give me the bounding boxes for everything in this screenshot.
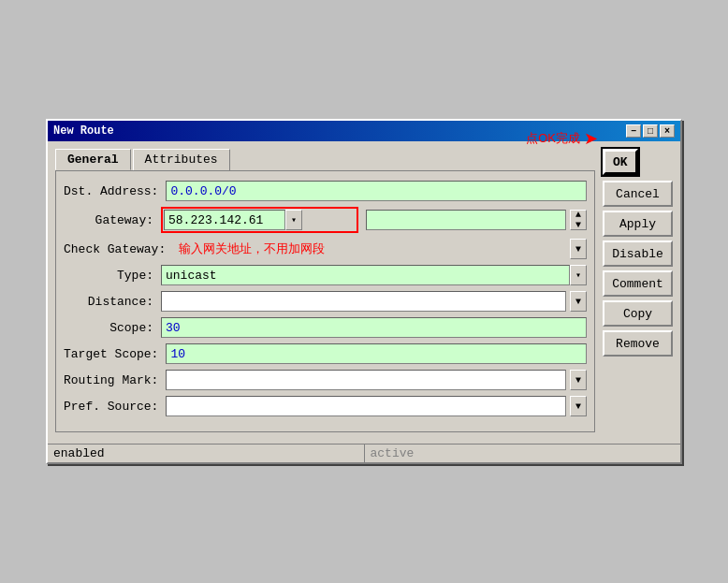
dst-address-label: Dst. Address: [64, 184, 162, 198]
distance-label: Distance: [64, 295, 157, 309]
distance-dropdown-button[interactable]: ▼ [570, 291, 587, 312]
apply-button[interactable]: Apply [603, 211, 673, 237]
copy-button[interactable]: Copy [603, 300, 673, 327]
target-scope-input[interactable] [166, 343, 587, 364]
check-gateway-label: Check Gateway: [64, 242, 169, 256]
form-panel: Dst. Address: Gateway: ▾ ▲▼ Check Gatewa… [55, 170, 595, 432]
ok-section: 点OK完成 ➤ OK [603, 149, 673, 175]
type-row: Type: ▾ [64, 265, 587, 285]
gateway-dropdown-button[interactable]: ▾ [285, 210, 302, 230]
gateway-right-dropdown-button[interactable]: ▲▼ [570, 210, 587, 230]
routing-mark-label: Routing Mark: [64, 373, 162, 387]
cancel-button[interactable]: Cancel [603, 181, 673, 207]
routing-mark-input[interactable] [166, 370, 566, 390]
tab-general[interactable]: General [55, 149, 131, 170]
ok-button[interactable]: OK [603, 149, 638, 175]
pref-source-dropdown-button[interactable]: ▼ [570, 396, 587, 416]
status-bar: enabled active [48, 444, 680, 462]
remove-button[interactable]: Remove [603, 330, 673, 357]
ok-annotation-text: 点OK完成 [526, 130, 580, 147]
status-active: active [365, 445, 681, 462]
target-scope-row: Target Scope: [64, 343, 587, 364]
distance-row: Distance: ▼ [64, 291, 587, 312]
type-input[interactable] [161, 265, 570, 285]
main-content: General Attributes Dst. Address: Gateway… [48, 141, 680, 440]
check-gateway-row: Check Gateway: 输入网关地址，不用加网段 ▼ [64, 239, 587, 259]
ok-annotation-arrow: ➤ [584, 128, 598, 149]
minimize-button[interactable]: − [626, 124, 641, 138]
dst-address-row: Dst. Address: [64, 181, 587, 201]
scope-label: Scope: [64, 321, 157, 335]
gateway-row: Gateway: ▾ ▲▼ [64, 207, 587, 233]
scope-input[interactable] [161, 317, 587, 338]
pref-source-row: Pref. Source: ▼ [64, 396, 587, 416]
dst-address-input[interactable] [166, 181, 587, 201]
new-route-window: New Route − □ × General Attributes Dst. … [46, 119, 682, 464]
check-gateway-hint: 输入网关地址，不用加网段 [173, 240, 566, 258]
distance-input[interactable] [161, 291, 566, 312]
gateway-wrapper: ▾ [161, 207, 358, 233]
pref-source-input[interactable] [166, 396, 566, 416]
maximize-button[interactable]: □ [643, 124, 658, 138]
gateway-input[interactable] [164, 210, 285, 230]
disable-button[interactable]: Disable [603, 240, 673, 267]
window-controls: − □ × [626, 124, 675, 138]
type-wrapper: ▾ [161, 265, 587, 285]
routing-mark-row: Routing Mark: ▼ [64, 370, 587, 390]
tab-bar: General Attributes [55, 149, 595, 170]
window-title: New Route [53, 124, 114, 138]
comment-button[interactable]: Comment [603, 270, 673, 297]
status-enabled: enabled [48, 445, 365, 462]
tab-attributes[interactable]: Attributes [133, 149, 230, 170]
type-label: Type: [64, 269, 157, 283]
form-area: General Attributes Dst. Address: Gateway… [55, 149, 595, 432]
target-scope-label: Target Scope: [64, 347, 162, 361]
gateway-label: Gateway: [64, 213, 157, 227]
scope-row: Scope: [64, 317, 587, 338]
gateway-right-input[interactable] [366, 210, 567, 230]
routing-mark-dropdown-button[interactable]: ▼ [570, 370, 587, 390]
check-gateway-dropdown-button[interactable]: ▼ [570, 239, 587, 259]
close-button[interactable]: × [660, 124, 675, 138]
type-dropdown-button[interactable]: ▾ [570, 265, 587, 285]
pref-source-label: Pref. Source: [64, 400, 162, 414]
button-panel: 点OK完成 ➤ OK Cancel Apply Disable Comment … [603, 149, 673, 432]
ok-annotation: 点OK完成 ➤ [526, 128, 598, 149]
